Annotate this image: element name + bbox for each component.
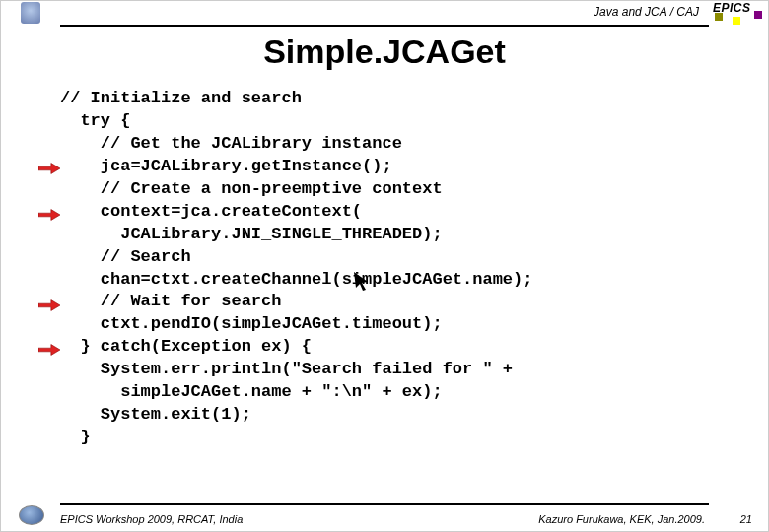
footer-right: Kazuro Furukawa, KEK, Jan.2009.	[538, 513, 705, 525]
topic-label: Java and JCA / CAJ	[594, 5, 699, 19]
page-number: 21	[740, 513, 752, 525]
code-line: context=jca.createContext(	[60, 202, 362, 221]
bullet-arrow-icon	[38, 162, 60, 175]
footer-left: EPICS Workshop 2009, RRCAT, India	[60, 513, 243, 525]
code-line: // Create a non-preemptive context	[60, 179, 443, 198]
code-line: JCALibrary.JNI_SINGLE_THREADED);	[60, 225, 443, 243]
footer-rule	[60, 503, 709, 505]
bullet-arrow-icon	[38, 299, 60, 312]
code-line: simpleJCAGet.name + ":\n" + ex);	[60, 382, 443, 401]
footer: EPICS Workshop 2009, RRCAT, India Kazuro…	[1, 503, 768, 531]
epics-logo: EPICS	[713, 1, 760, 25]
code-line: jca=JCALibrary.getInstance();	[60, 157, 392, 175]
code-line: chan=ctxt.createChannel(simpleJCAGet.nam…	[60, 270, 532, 289]
code-block: // Initialize and search try { // Get th…	[60, 88, 738, 449]
code-line: try {	[60, 111, 130, 130]
code-line: }	[60, 428, 91, 446]
code-line: System.err.println("Search failed for " …	[60, 360, 513, 378]
code-line: // Wait for search	[60, 292, 281, 310]
bullet-arrow-icon	[38, 208, 60, 222]
header-rule	[60, 25, 709, 27]
code-line: } catch(Exception ex) {	[60, 337, 312, 356]
code-line: // Search	[60, 247, 191, 266]
left-emblem-icon	[1, 1, 60, 25]
header: Java and JCA / CAJ EPICS	[1, 1, 768, 25]
code-line: System.exit(1);	[60, 405, 251, 424]
slide-title: Simple.JCAGet	[1, 33, 768, 71]
globe-icon	[19, 505, 46, 527]
code-line: // Get the JCALibrary instance	[60, 134, 402, 153]
slide: Java and JCA / CAJ EPICS Simple.JCAGet /…	[0, 0, 769, 532]
code-line: // Initialize and search	[60, 89, 302, 107]
epics-boxes-icon	[713, 17, 760, 25]
code-line: ctxt.pendIO(simpleJCAGet.timeout);	[60, 314, 443, 333]
bullet-arrow-icon	[38, 343, 60, 357]
